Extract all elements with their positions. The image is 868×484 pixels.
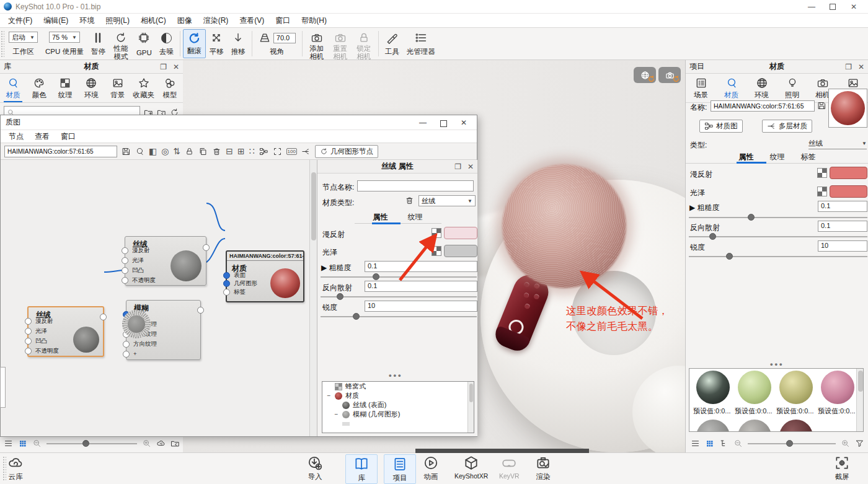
save-icon[interactable] bbox=[122, 147, 131, 156]
minimize-icon[interactable]: — bbox=[419, 118, 427, 127]
port-opacity[interactable] bbox=[25, 348, 32, 354]
preset-sphere[interactable] bbox=[696, 371, 730, 404]
close-button[interactable]: ✕ bbox=[843, 1, 864, 13]
zoom-out-icon[interactable] bbox=[32, 439, 42, 448]
cloud-upload-icon[interactable] bbox=[156, 439, 166, 448]
undock-icon[interactable]: ❐ bbox=[454, 162, 461, 171]
fit-view-icon[interactable] bbox=[273, 147, 282, 156]
dolly-button[interactable]: 推移 bbox=[228, 29, 249, 58]
canvas-scrollbar[interactable] bbox=[309, 160, 317, 436]
dock-animation[interactable]: 动画 bbox=[423, 454, 439, 482]
backscatter-slider[interactable] bbox=[321, 296, 477, 297]
port-label-input[interactable] bbox=[223, 289, 230, 296]
tab-environment[interactable]: 环境 bbox=[746, 74, 777, 102]
material-type-dropdown[interactable]: 丝绒▼ bbox=[418, 195, 476, 206]
subtab-textures[interactable]: 纹理 bbox=[770, 152, 785, 162]
port-output[interactable] bbox=[197, 307, 204, 314]
backscatter-slider[interactable] bbox=[689, 236, 867, 237]
port-diffuse[interactable] bbox=[122, 247, 128, 254]
dock-library[interactable]: 库 bbox=[345, 454, 378, 484]
maximize-icon[interactable] bbox=[440, 120, 447, 127]
tree-row-velvet[interactable]: 丝绒 (表面) bbox=[322, 400, 474, 410]
menu-image[interactable]: 图像 bbox=[172, 14, 198, 27]
library-tab-models[interactable]: 模型 bbox=[157, 74, 183, 102]
tree-scrollbar[interactable] bbox=[467, 382, 474, 433]
library-tab-colors[interactable]: 颜色 bbox=[26, 74, 52, 102]
lock-icon[interactable] bbox=[185, 147, 194, 156]
port-bump[interactable] bbox=[122, 267, 128, 274]
node-velvet-top[interactable]: 丝绒 漫反射 光泽 凹凸 不透明度 bbox=[125, 236, 206, 286]
tab-lighting[interactable]: 照明 bbox=[777, 74, 807, 102]
node-fuzz[interactable]: 模糊 表面 密度纹理 长度纹理 方向纹理 + bbox=[126, 300, 201, 360]
roughness-value[interactable]: 0.1 bbox=[818, 201, 867, 212]
slider-thumb[interactable] bbox=[373, 273, 379, 280]
graph-material-name-input[interactable] bbox=[4, 146, 117, 157]
roughness-slider[interactable] bbox=[689, 217, 867, 218]
folder-import-icon[interactable] bbox=[170, 439, 180, 448]
preset-scrollbar[interactable] bbox=[856, 369, 863, 432]
gloss-color-swatch[interactable] bbox=[444, 245, 477, 257]
save-material-icon[interactable] bbox=[817, 101, 826, 110]
preset-sphere[interactable] bbox=[696, 420, 730, 432]
preset-sphere[interactable] bbox=[738, 420, 771, 432]
port-diffuse[interactable] bbox=[25, 318, 32, 325]
port-gloss[interactable] bbox=[25, 328, 32, 335]
port-output[interactable] bbox=[100, 314, 107, 320]
library-tab-textures[interactable]: 纹理 bbox=[52, 74, 78, 102]
zoom-in-icon[interactable] bbox=[142, 439, 151, 448]
panel-resize-handle[interactable]: ••• bbox=[389, 371, 403, 380]
tab-scene[interactable]: 场景 bbox=[686, 74, 716, 102]
slider-thumb[interactable] bbox=[353, 313, 360, 320]
animation-node-icon[interactable]: ◎ bbox=[161, 147, 169, 156]
menu-view[interactable]: 查看(V) bbox=[234, 14, 270, 27]
material-preview[interactable] bbox=[828, 89, 867, 128]
menu-environment[interactable]: 环境 bbox=[74, 14, 100, 27]
slider-thumb[interactable] bbox=[748, 214, 755, 221]
grid-view-icon[interactable] bbox=[18, 439, 27, 448]
node-material-root[interactable]: HAIMIANWANG:color:57:61— 材质 表面 几何图形 标签 bbox=[226, 250, 304, 302]
port-surface[interactable] bbox=[223, 272, 230, 279]
port-opacity[interactable] bbox=[122, 277, 128, 284]
node-tree-list[interactable]: 蜂窝式 − 材质 丝绒 (表面) − 模糊 (几何图形) bbox=[322, 381, 474, 433]
tumble-button[interactable]: 翻滚 bbox=[183, 29, 206, 58]
sharpness-value[interactable]: 10 bbox=[365, 301, 477, 312]
roughness-value[interactable]: 0.1 bbox=[365, 261, 477, 272]
material-graph-button[interactable]: 材质图 bbox=[699, 120, 743, 133]
reset-camera-button[interactable]: 重置相机 bbox=[329, 29, 352, 58]
reset-environment-button[interactable] bbox=[634, 67, 656, 83]
pan-button[interactable]: 平移 bbox=[206, 29, 228, 58]
preset-sphere[interactable] bbox=[821, 371, 854, 404]
grid-view-icon[interactable] bbox=[705, 439, 714, 448]
dock-keyshotxr[interactable]: KeyShotXR bbox=[454, 454, 488, 480]
pause-button[interactable]: 暂停 bbox=[87, 29, 109, 58]
sharpness-slider[interactable] bbox=[689, 256, 867, 257]
preset-sphere[interactable] bbox=[738, 371, 771, 404]
dock-import[interactable]: 导入 bbox=[307, 454, 323, 482]
menu-lighting[interactable]: 照明(L) bbox=[100, 14, 135, 27]
denoise-button[interactable]: 去噪 bbox=[156, 29, 177, 58]
gloss-color-swatch[interactable] bbox=[830, 185, 867, 198]
port-geometry[interactable] bbox=[223, 280, 230, 287]
slider-thumb[interactable] bbox=[82, 440, 89, 447]
dots-layout-icon[interactable]: ∷ bbox=[249, 147, 255, 156]
panel-resize-handle[interactable]: ••• bbox=[770, 359, 784, 369]
slider-thumb[interactable] bbox=[786, 440, 793, 447]
material-name-input[interactable] bbox=[711, 100, 815, 112]
slider-thumb[interactable] bbox=[709, 233, 716, 240]
library-tab-environments[interactable]: 环境 bbox=[78, 74, 104, 102]
port-add[interactable] bbox=[123, 351, 130, 358]
slider-thumb[interactable] bbox=[337, 293, 343, 300]
thumbnail-size-slider[interactable] bbox=[748, 443, 836, 444]
node-name-input[interactable] bbox=[357, 180, 474, 191]
preset-sphere[interactable] bbox=[779, 420, 813, 432]
menu-file[interactable]: 文件(F) bbox=[2, 14, 38, 27]
subtab-properties[interactable]: 属性 bbox=[739, 152, 754, 162]
gloss-texture-toggle-icon[interactable] bbox=[432, 246, 441, 256]
close-icon[interactable]: ✕ bbox=[173, 63, 179, 71]
menu-render[interactable]: 渲染(R) bbox=[198, 14, 234, 27]
close-icon[interactable]: ✕ bbox=[467, 162, 474, 171]
menu-edit[interactable]: 编辑(E) bbox=[38, 14, 74, 27]
trash-icon[interactable] bbox=[405, 196, 414, 205]
geometry-node-button[interactable]: 几何图形节点 bbox=[315, 145, 378, 158]
dock-cloud-library[interactable]: 云库 bbox=[7, 454, 24, 482]
